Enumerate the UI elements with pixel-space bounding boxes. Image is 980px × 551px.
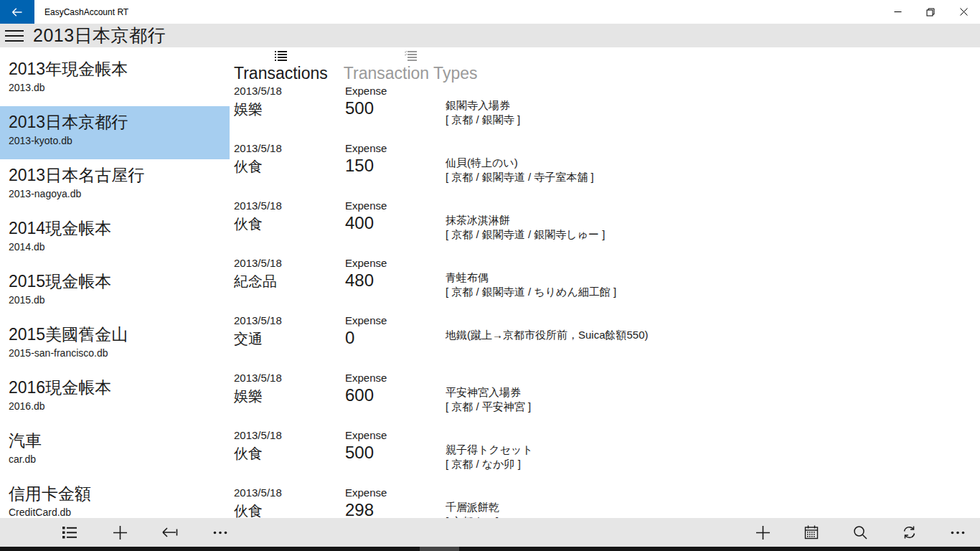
txn-description: 地鐵(蹴上→京都市役所前，Suica餘額550) [446, 328, 980, 342]
txn-type: Expense [345, 314, 446, 327]
transaction-row[interactable]: 2013/5/18 伙食 Expense 500 親子得トクセット [ 京都 /… [234, 427, 980, 484]
account-title: 2015美國舊金山 [9, 324, 224, 345]
transaction-row[interactable]: 2013/5/18 交通 Expense 0 地鐵(蹴上→京都市役所前，Suic… [234, 312, 980, 369]
sidebar-item-2013-kyoto[interactable]: 2013日本京都行 2013-kyoto.db [0, 106, 230, 159]
txn-description: 仙貝(特上のい) [446, 156, 980, 170]
tab-transaction-types[interactable]: Transaction Types [344, 51, 478, 83]
account-title: 汽車 [9, 430, 224, 451]
txn-type: Expense [345, 199, 446, 212]
ellipsis-icon [213, 531, 227, 534]
txn-date: 2013/5/18 [234, 199, 345, 212]
txn-amount: 150 [345, 155, 446, 176]
txn-detail: 千層派餅乾 [ 京都 / … ] [446, 486, 980, 518]
txn-location: [ 京都 / 銀閣寺道 / 銀閣寺しゅー ] [446, 227, 980, 242]
txn-datecat: 2013/5/18 伙食 [234, 141, 345, 197]
command-bar [0, 518, 980, 547]
hamburger-menu-button[interactable] [0, 24, 29, 47]
transaction-list: 2013/5/18 娛樂 Expense 500 銀閣寺入場券 [ 京都 / 銀… [234, 83, 980, 518]
txn-typeamount: Expense 500 [345, 428, 446, 484]
add-icon [113, 526, 127, 540]
txn-typeamount: Expense 480 [345, 256, 446, 312]
txn-description: 銀閣寺入場券 [446, 98, 980, 113]
txn-type: Expense [345, 256, 446, 270]
command-bar-right [753, 523, 967, 542]
txn-amount: 400 [345, 212, 446, 234]
txn-description: 平安神宮入場券 [446, 385, 980, 400]
txn-detail: 親子得トクセット [ 京都 / なか卯 ] [446, 428, 980, 484]
ellipsis-icon [951, 531, 965, 534]
checklist-icon [405, 51, 417, 64]
hamburger-icon [5, 29, 24, 42]
scrollbar-thumb[interactable] [420, 547, 459, 551]
transaction-row[interactable]: 2013/5/18 伙食 Expense 400 抹茶冰淇淋餅 [ 京都 / 銀… [234, 197, 980, 255]
titlebar: EasyCashAccount RT [0, 0, 980, 24]
add-button[interactable] [110, 523, 129, 542]
txn-date: 2013/5/18 [234, 256, 345, 270]
sidebar-item-2014[interactable]: 2014現金帳本 2014.db [0, 212, 230, 265]
tab-transactions[interactable]: Transactions [234, 51, 328, 83]
txn-typeamount: Expense 400 [345, 199, 446, 255]
txn-category: 交通 [234, 329, 345, 348]
sidebar-item-2013[interactable]: 2013年現金帳本 2013.db [0, 53, 230, 106]
account-title: 2015現金帳本 [9, 270, 224, 292]
txn-datecat: 2013/5/18 娛樂 [234, 371, 345, 427]
sidebar-item-2015[interactable]: 2015現金帳本 2015.db [0, 265, 230, 319]
txn-location: [ 京都 / … ] [446, 514, 980, 518]
txn-amount: 298 [345, 499, 446, 518]
bulleted-list-icon [275, 51, 287, 64]
txn-type: Expense [345, 371, 446, 385]
transaction-row[interactable]: 2013/5/18 娛樂 Expense 600 平安神宮入場券 [ 京都 / … [234, 369, 980, 427]
txn-location: [ 京都 / 銀閣寺 ] [446, 113, 980, 127]
account-book-list: 2013年現金帳本 2013.db 2013日本京都行 2013-kyoto.d… [0, 47, 230, 518]
txn-category: 伙食 [234, 501, 345, 518]
view-list-button[interactable] [60, 523, 79, 542]
back-arrow-icon [11, 7, 23, 17]
back-button[interactable] [0, 0, 34, 24]
transaction-row[interactable]: 2013/5/18 伙食 Expense 298 千層派餅乾 [ 京都 / … … [234, 484, 980, 518]
sync-button[interactable] [900, 523, 918, 542]
return-button[interactable] [161, 523, 179, 542]
txn-amount: 600 [345, 385, 446, 406]
txn-category: 紀念品 [234, 272, 345, 291]
sidebar-item-2016[interactable]: 2016現金帳本 2016.db [0, 372, 230, 425]
account-filename: 2013-kyoto.db [9, 133, 224, 148]
txn-type: Expense [345, 84, 446, 98]
transaction-row[interactable]: 2013/5/18 紀念品 Expense 480 青蛙布偶 [ 京都 / 銀閣… [234, 255, 980, 312]
txn-detail: 地鐵(蹴上→京都市役所前，Suica餘額550) [446, 314, 980, 369]
pivot-tabs: Transactions Transaction Types [234, 47, 980, 83]
txn-datecat: 2013/5/18 娛樂 [234, 84, 345, 140]
txn-type: Expense [345, 428, 446, 442]
txn-amount: 480 [345, 270, 446, 291]
sidebar-item-creditcard[interactable]: 信用卡金額 CreditCard.db [0, 478, 230, 518]
horizontal-scrollbar[interactable] [0, 547, 980, 551]
account-filename: 2015.db [9, 293, 224, 307]
txn-typeamount: Expense 600 [345, 371, 446, 427]
sidebar-item-car[interactable]: 汽車 car.db [0, 425, 230, 478]
add-icon [756, 526, 770, 540]
close-button[interactable] [947, 0, 980, 24]
account-filename: 2013-nagoya.db [9, 187, 224, 201]
restore-button[interactable] [914, 0, 947, 24]
transaction-row[interactable]: 2013/5/18 伙食 Expense 150 仙貝(特上のい) [ 京都 /… [234, 140, 980, 197]
command-bar-left [60, 523, 230, 542]
txn-datecat: 2013/5/18 伙食 [234, 428, 345, 484]
add-transaction-button[interactable] [753, 523, 772, 542]
bulleted-list-icon [62, 527, 77, 539]
minimize-button[interactable] [881, 0, 914, 24]
sidebar-item-2015-san-francisco[interactable]: 2015美國舊金山 2015-san-francisco.db [0, 319, 230, 372]
txn-datecat: 2013/5/18 交通 [234, 314, 345, 369]
more-button-left[interactable] [211, 523, 230, 542]
txn-typeamount: Expense 150 [345, 141, 446, 197]
search-icon [853, 525, 867, 540]
more-button-right[interactable] [948, 523, 967, 542]
txn-location: [ 京都 / 銀閣寺道 / ちりめん細工館 ] [446, 285, 980, 299]
account-title: 信用卡金額 [9, 483, 224, 504]
page-header: 2013日本京都行 [0, 24, 980, 47]
sidebar-item-2013-nagoya[interactable]: 2013日本名古屋行 2013-nagoya.db [0, 159, 230, 212]
txn-location: [ 京都 / 平安神宮 ] [446, 400, 980, 414]
search-button[interactable] [851, 523, 870, 542]
txn-description: 千層派餅乾 [446, 500, 980, 514]
calendar-button[interactable] [802, 523, 821, 542]
txn-description: 青蛙布偶 [446, 270, 980, 285]
transaction-row[interactable]: 2013/5/18 娛樂 Expense 500 銀閣寺入場券 [ 京都 / 銀… [234, 83, 980, 140]
